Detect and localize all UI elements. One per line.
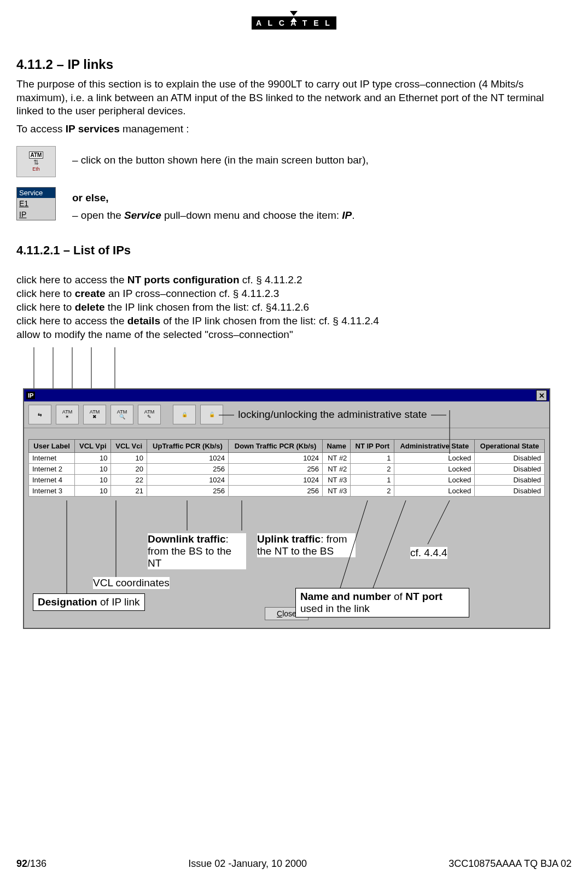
col-down: Down Traffic PCR (Kb/s) <box>229 440 323 453</box>
logo-triangle-top <box>290 11 298 16</box>
or-else-text: or else, <box>72 191 355 205</box>
close-icon[interactable]: ✕ <box>536 390 547 401</box>
ip-table-wrap: User Label VCL Vpi VCL Vci UpTraffic PCR… <box>28 439 545 497</box>
lockunlock-annotation: locking/unlocking the administrative sta… <box>219 409 446 421</box>
subsection-heading: 4.11.2.1 – List of IPs <box>16 243 572 258</box>
ip-table: User Label VCL Vpi VCL Vci UpTraffic PCR… <box>28 439 545 497</box>
rename-ip-button[interactable]: ATM✎ <box>138 405 161 424</box>
col-up: UpTraffic PCR (Kb/s) <box>147 440 228 453</box>
uplink-annotation: Uplink traffic: from the NT to the BS <box>257 533 356 557</box>
callout-1: click here to access the NT ports config… <box>16 274 572 286</box>
downlink-annotation: Downlink traffic: from the BS to the NT <box>148 533 246 569</box>
logo-bar: A L C A T E L <box>16 16 572 30</box>
designation-annotation: Designation of IP link <box>33 593 145 611</box>
leader-lines <box>16 347 552 391</box>
footer-left: 92/136 <box>16 858 46 870</box>
lock-button[interactable]: 🔒 <box>173 405 196 424</box>
footer-right: 3CC10875AAAA TQ BJA 02 <box>449 858 572 870</box>
callout-lines: click here to access the NT ports config… <box>16 274 572 341</box>
page: A L C A T E L All rights reserved. Passi… <box>0 0 588 886</box>
table-row[interactable]: Internet 4 10 22 1024 1024 NT #3 1 Locke… <box>29 475 545 486</box>
logo-triangle-inner <box>290 18 297 22</box>
table-row[interactable]: Internet 3 10 21 256 256 NT #3 2 Locked … <box>29 486 545 497</box>
ip-window: IP ✕ ⇆ ATM✶ ATM✖ ATM🔍 ATM✎ 🔒 🔓 User Labe… <box>23 388 550 629</box>
service-menu-header: Service <box>17 188 55 198</box>
table-row[interactable]: Internet 2 10 20 256 256 NT #2 2 Locked … <box>29 464 545 475</box>
callout-2: click here to create an IP cross–connect… <box>16 288 572 300</box>
col-ntport: NT IP Port <box>351 440 394 453</box>
footer-center: Issue 02 -January, 10 2000 <box>188 858 307 870</box>
col-userlabel: User Label <box>29 440 75 453</box>
click-button-text: – click on the button shown here (in the… <box>72 154 369 167</box>
nameport-annotation: Name and number of NT port used in the l… <box>295 588 469 617</box>
delete-ip-button[interactable]: ATM✖ <box>83 405 106 424</box>
section-heading: 4.11.2 – IP links <box>16 57 572 72</box>
open-menu-text: – open the Service pull–down menu and ch… <box>72 209 355 223</box>
callout-3: click here to delete the IP link chosen … <box>16 301 572 313</box>
menu-hint-row: Service E1 IP or else, – open the Servic… <box>16 187 572 227</box>
vcl-annotation: VCL coordinates <box>93 577 170 589</box>
service-menu-item-ip: IP <box>17 209 55 220</box>
screenshot-area: IP ✕ ⇆ ATM✶ ATM✖ ATM🔍 ATM✎ 🔒 🔓 User Labe… <box>16 347 572 686</box>
service-menu-icon: Service E1 IP <box>16 187 56 220</box>
intro-paragraph: The purpose of this section is to explai… <box>16 78 572 118</box>
atm-eth-button-icon: ATM ⇅ Eth <box>16 146 56 177</box>
col-oper: Operational State <box>475 440 545 453</box>
callout-4: click here to access the details of the … <box>16 315 572 327</box>
page-footer: 92/136 Issue 02 -January, 10 2000 3CC108… <box>16 858 572 870</box>
titlebar: IP ✕ <box>24 389 549 401</box>
ip-table-body: Internet 10 10 1024 1024 NT #2 1 Locked … <box>29 453 545 497</box>
details-ip-button[interactable]: ATM🔍 <box>110 405 133 424</box>
copyright-vertical: All rights reserved. Passing on and copy… <box>577 98 588 252</box>
create-ip-button[interactable]: ATM✶ <box>56 405 79 424</box>
access-line: To access IP services management : <box>16 123 572 136</box>
alcatel-logo: A L C A T E L <box>252 16 336 30</box>
service-menu-item-e1: E1 <box>17 198 55 209</box>
cf-annotation: cf. 4.4.4 <box>410 547 447 559</box>
table-row[interactable]: Internet 10 10 1024 1024 NT #2 1 Locked … <box>29 453 545 464</box>
callout-5: allow to modify the name of the selected… <box>16 329 572 341</box>
col-vci: VCL Vci <box>111 440 147 453</box>
col-admin: Administrative State <box>394 440 475 453</box>
nt-ports-button[interactable]: ⇆ <box>28 405 51 424</box>
button-hint-row: ATM ⇅ Eth – click on the button shown he… <box>16 146 572 177</box>
col-name: Name <box>323 440 351 453</box>
window-title: IP <box>26 392 35 399</box>
col-vpi: VCL Vpi <box>75 440 111 453</box>
